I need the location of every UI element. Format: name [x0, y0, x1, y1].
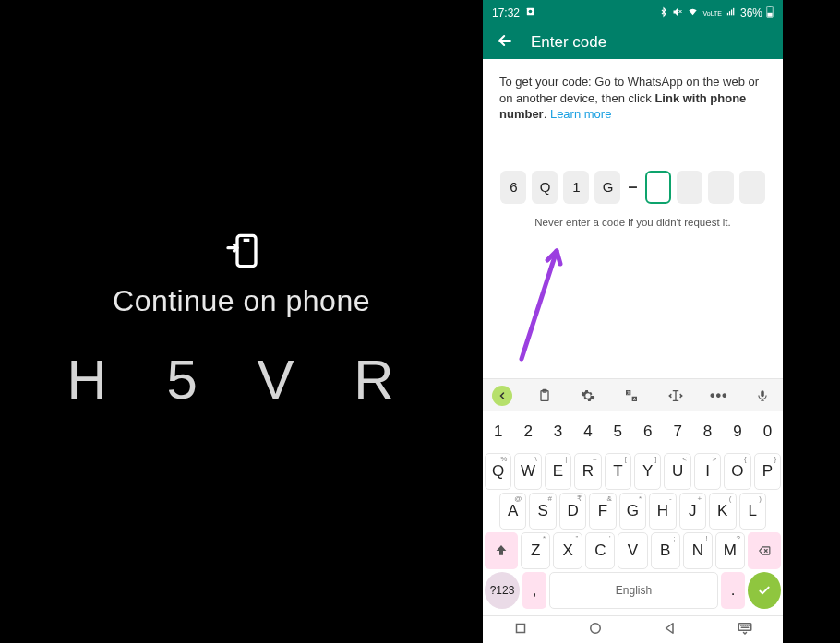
key-w[interactable]: W\	[514, 453, 541, 490]
key-mode-switch[interactable]: ?123	[485, 572, 520, 609]
svg-rect-17	[761, 390, 764, 397]
key-k[interactable]: K(	[709, 493, 736, 530]
key-0[interactable]: 0	[754, 413, 781, 450]
mic-icon[interactable]	[751, 385, 774, 407]
key-z[interactable]: Z*	[521, 532, 550, 569]
code-input-row: 6 Q 1 G –	[499, 171, 766, 204]
key-i[interactable]: I>	[694, 453, 721, 490]
key-p[interactable]: P}	[754, 453, 781, 490]
mute-icon	[672, 6, 683, 20]
key-v[interactable]: V:	[618, 532, 647, 569]
key-enter[interactable]	[748, 572, 781, 609]
key-4[interactable]: 4	[574, 413, 601, 450]
svg-rect-6	[727, 13, 728, 15]
key-d[interactable]: D₹	[559, 493, 586, 530]
key-j[interactable]: J+	[679, 493, 706, 530]
key-9[interactable]: 9	[724, 413, 750, 450]
key-r[interactable]: R=	[574, 453, 601, 490]
key-7[interactable]: 7	[664, 413, 690, 450]
key-q[interactable]: Q%	[485, 453, 511, 490]
android-navbar	[483, 615, 783, 643]
wifi-icon	[687, 6, 699, 19]
code-cell-empty[interactable]	[739, 171, 765, 204]
battery-icon	[766, 6, 774, 20]
clipboard-icon[interactable]	[534, 385, 556, 407]
toolbar-back-icon[interactable]	[492, 386, 512, 406]
desktop-continue-panel: Continue on phone H 5 V R	[0, 0, 483, 643]
gear-icon[interactable]	[577, 385, 599, 407]
key-dot[interactable]: .	[721, 572, 745, 609]
back-button[interactable]	[496, 31, 514, 54]
annotation-arrow-icon	[512, 244, 568, 363]
phone-frame: 17:32 VoLTE 36% Enter code	[483, 0, 783, 643]
key-f[interactable]: F&	[589, 493, 616, 530]
key-2[interactable]: 2	[514, 413, 541, 450]
code-cell[interactable]: 1	[563, 171, 589, 204]
svg-rect-9	[733, 8, 734, 15]
key-6[interactable]: 6	[634, 413, 661, 450]
code-cell-empty[interactable]	[677, 171, 702, 204]
pairing-code: H 5 V R	[66, 348, 415, 411]
screen-title: Enter code	[531, 33, 606, 52]
key-x[interactable]: X"	[553, 532, 582, 569]
instructions-text: To get your code: Go to WhatsApp on the …	[499, 74, 766, 123]
svg-rect-18	[516, 624, 524, 632]
svg-point-19	[591, 623, 601, 633]
key-comma[interactable]: ,	[522, 572, 546, 609]
svg-rect-11	[769, 6, 772, 6]
screenshot-icon	[525, 6, 535, 19]
key-m[interactable]: M?	[715, 532, 745, 569]
code-warning: Never enter a code if you didn't request…	[499, 217, 766, 228]
svg-text:A: A	[633, 396, 636, 400]
key-y[interactable]: Y]	[634, 453, 661, 490]
nav-recents[interactable]	[512, 620, 529, 640]
key-h[interactable]: H-	[649, 493, 676, 530]
key-space[interactable]: English	[549, 572, 718, 609]
key-shift[interactable]	[485, 532, 518, 569]
key-c[interactable]: C'	[585, 532, 615, 569]
code-dash: –	[626, 177, 639, 196]
text-cursor-icon[interactable]	[665, 385, 687, 407]
code-cell-active[interactable]	[645, 171, 671, 204]
svg-rect-8	[731, 10, 732, 16]
key-3[interactable]: 3	[545, 413, 571, 450]
svg-rect-12	[767, 13, 772, 17]
learn-more-link[interactable]: Learn more	[550, 107, 611, 121]
volte-icon: VoLTE	[702, 10, 722, 17]
code-cell-empty[interactable]	[708, 171, 734, 204]
more-icon[interactable]: •••	[708, 385, 730, 407]
key-a[interactable]: A@	[499, 493, 526, 530]
bluetooth-icon	[659, 6, 668, 20]
keyboard-toolbar: 文A •••	[483, 378, 783, 411]
key-u[interactable]: U<	[664, 453, 690, 490]
key-l[interactable]: L)	[739, 493, 766, 530]
key-backspace[interactable]	[748, 532, 781, 569]
svg-point-3	[529, 10, 533, 14]
code-cell[interactable]: Q	[532, 171, 558, 204]
nav-keyboard-hide[interactable]	[737, 620, 753, 640]
code-cell[interactable]: 6	[500, 171, 526, 204]
key-e[interactable]: E|	[545, 453, 571, 490]
key-8[interactable]: 8	[694, 413, 721, 450]
key-b[interactable]: B;	[651, 532, 680, 569]
svg-rect-7	[729, 11, 730, 15]
key-s[interactable]: S#	[529, 493, 556, 530]
translate-icon[interactable]: 文A	[620, 385, 642, 407]
nav-home[interactable]	[587, 620, 604, 640]
code-cell[interactable]: G	[594, 171, 620, 204]
signal-icon	[726, 6, 737, 19]
key-1[interactable]: 1	[485, 413, 511, 450]
key-t[interactable]: T[	[605, 453, 631, 490]
continue-on-phone-icon	[223, 232, 260, 273]
soft-keyboard: 1234567890 Q%W\E|R=T[Y]U<I>O{P} A@S#D₹F&…	[483, 411, 783, 615]
key-g[interactable]: G*	[619, 493, 646, 530]
key-5[interactable]: 5	[605, 413, 631, 450]
app-topbar: Enter code	[483, 26, 783, 59]
screen-body: To get your code: Go to WhatsApp on the …	[483, 59, 783, 378]
status-battery-text: 36%	[740, 6, 762, 19]
status-time: 17:32	[492, 6, 520, 19]
key-n[interactable]: N!	[683, 532, 713, 569]
nav-back[interactable]	[662, 620, 678, 640]
continue-title: Continue on phone	[113, 284, 370, 318]
key-o[interactable]: O{	[724, 453, 750, 490]
